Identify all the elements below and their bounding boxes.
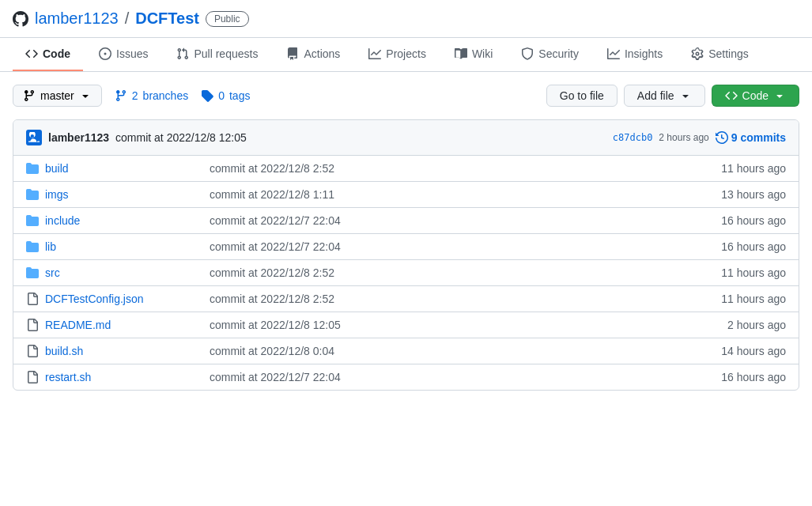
file-commit-message: commit at 2022/12/8 0:04 [210, 345, 701, 357]
file-time: 16 hours ago [707, 371, 786, 383]
file-name-link[interactable]: DCFTestConfig.json [45, 293, 203, 305]
tag-icon [201, 89, 213, 102]
folder-icon [26, 214, 39, 227]
toolbar: master 2 branches 0 tags Go to file Add … [0, 72, 812, 119]
folder-icon [26, 266, 39, 279]
insights-icon [607, 47, 620, 60]
file-time: 14 hours ago [707, 345, 786, 357]
file-commit-message: commit at 2022/12/8 2:52 [210, 162, 701, 175]
table-row: libcommit at 2022/12/7 22:0416 hours ago [13, 234, 799, 260]
file-commit-message: commit at 2022/12/8 12:05 [210, 319, 701, 331]
file-list: lamber1123 commit at 2022/12/8 12:05 c87… [13, 119, 799, 391]
history-icon [716, 131, 728, 144]
commits-link[interactable]: 9 commits [716, 131, 786, 144]
tab-settings[interactable]: Settings [678, 38, 761, 71]
file-name-link[interactable]: src [45, 266, 203, 279]
file-name-link[interactable]: build.sh [45, 345, 203, 357]
tab-actions[interactable]: Actions [274, 38, 353, 71]
wiki-icon [455, 47, 467, 60]
table-row: buildcommit at 2022/12/8 2:5211 hours ag… [13, 156, 799, 182]
chevron-down-icon [773, 89, 786, 102]
file-commit-message: commit at 2022/12/7 22:04 [210, 371, 701, 383]
repo-owner-link[interactable]: lamber1123 [35, 9, 119, 28]
file-name-link[interactable]: restart.sh [45, 371, 203, 383]
tab-issues[interactable]: Issues [86, 38, 161, 71]
branches-count: 2 [132, 89, 138, 102]
file-name-link[interactable]: lib [45, 240, 203, 253]
file-commit-message: commit at 2022/12/8 2:52 [210, 293, 701, 305]
file-name-link[interactable]: include [45, 214, 203, 227]
code-chevron-icon [725, 89, 738, 102]
commit-user: lamber1123 [48, 131, 109, 144]
folder-icon [26, 162, 39, 175]
file-time: 16 hours ago [707, 214, 786, 227]
table-row: restart.shcommit at 2022/12/7 22:0416 ho… [13, 364, 799, 390]
commit-hash-link[interactable]: c87dcb0 [613, 132, 653, 143]
folder-icon [26, 240, 39, 253]
file-name-link[interactable]: imgs [45, 188, 203, 201]
file-time: 11 hours ago [707, 162, 786, 175]
chevron-down-icon [79, 89, 92, 102]
chevron-down-icon [679, 89, 692, 102]
repo-separator: / [125, 9, 130, 28]
branch-icon [23, 89, 36, 102]
file-icon [26, 345, 39, 357]
file-time: 11 hours ago [707, 293, 786, 305]
github-icon [13, 11, 28, 27]
tags-count: 0 [218, 89, 225, 102]
file-rows: buildcommit at 2022/12/8 2:5211 hours ag… [13, 156, 799, 390]
file-time: 16 hours ago [707, 240, 786, 253]
code-icon [25, 47, 38, 60]
tab-wiki[interactable]: Wiki [442, 38, 505, 71]
file-name-link[interactable]: README.md [45, 319, 203, 331]
tab-security[interactable]: Security [508, 38, 591, 71]
branch-count-icon [115, 89, 127, 102]
nav-tabs: Code Issues Pull requests Actions Projec… [0, 38, 812, 72]
repo-header: lamber1123 / DCFTest Public [0, 0, 812, 38]
branches-link[interactable]: 2 branches [115, 89, 188, 102]
table-row: includecommit at 2022/12/7 22:0416 hours… [13, 208, 799, 234]
avatar [26, 130, 42, 145]
visibility-badge: Public [206, 11, 249, 27]
file-time: 2 hours ago [707, 319, 786, 331]
table-row: srccommit at 2022/12/8 2:5211 hours ago [13, 260, 799, 286]
tab-projects[interactable]: Projects [356, 38, 439, 71]
file-icon [26, 319, 39, 331]
branch-name: master [40, 89, 74, 102]
file-icon [26, 371, 39, 383]
commit-message: commit at 2022/12/8 12:05 [115, 131, 606, 144]
table-row: imgscommit at 2022/12/8 1:1113 hours ago [13, 182, 799, 208]
settings-icon [691, 47, 704, 60]
file-time: 13 hours ago [707, 188, 786, 201]
commit-header: lamber1123 commit at 2022/12/8 12:05 c87… [13, 120, 799, 156]
tab-pull-requests[interactable]: Pull requests [164, 38, 270, 71]
table-row: README.mdcommit at 2022/12/8 12:052 hour… [13, 312, 799, 338]
security-icon [521, 47, 534, 60]
folder-icon [26, 188, 39, 201]
file-commit-message: commit at 2022/12/7 22:04 [210, 240, 701, 253]
file-time: 11 hours ago [707, 266, 786, 279]
file-commit-message: commit at 2022/12/7 22:04 [210, 214, 701, 227]
add-file-button[interactable]: Add file [624, 85, 705, 107]
file-commit-message: commit at 2022/12/8 1:11 [210, 188, 701, 201]
file-commit-message: commit at 2022/12/8 2:52 [210, 266, 701, 279]
branches-label: branches [143, 89, 189, 102]
actions-icon [286, 47, 299, 60]
tab-insights[interactable]: Insights [595, 38, 675, 71]
file-icon [26, 293, 39, 305]
tags-label: tags [229, 89, 250, 102]
tags-link[interactable]: 0 tags [201, 89, 250, 102]
go-to-file-button[interactable]: Go to file [546, 85, 617, 107]
repo-name-link[interactable]: DCFTest [135, 9, 199, 28]
issue-icon [99, 47, 111, 60]
table-row: DCFTestConfig.jsoncommit at 2022/12/8 2:… [13, 286, 799, 312]
branch-selector-button[interactable]: master [13, 85, 102, 107]
file-name-link[interactable]: build [45, 162, 203, 175]
code-button[interactable]: Code [712, 85, 799, 107]
commit-time: 2 hours ago [659, 132, 708, 143]
table-row: build.shcommit at 2022/12/8 0:0414 hours… [13, 338, 799, 364]
projects-icon [368, 47, 381, 60]
pr-icon [176, 47, 189, 60]
tab-code[interactable]: Code [13, 38, 83, 71]
